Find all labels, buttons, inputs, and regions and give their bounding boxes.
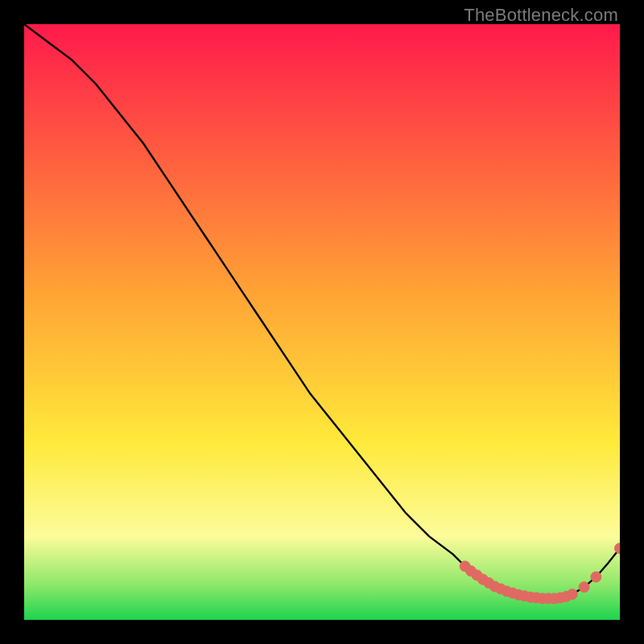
marker-point bbox=[579, 582, 589, 592]
gradient-background bbox=[24, 24, 620, 620]
bottleneck-chart bbox=[24, 24, 620, 620]
marker-point bbox=[567, 589, 577, 600]
chart-stage: TheBottleneck.com bbox=[0, 0, 644, 644]
marker-point bbox=[591, 572, 601, 582]
watermark-text: TheBottleneck.com bbox=[464, 5, 618, 26]
